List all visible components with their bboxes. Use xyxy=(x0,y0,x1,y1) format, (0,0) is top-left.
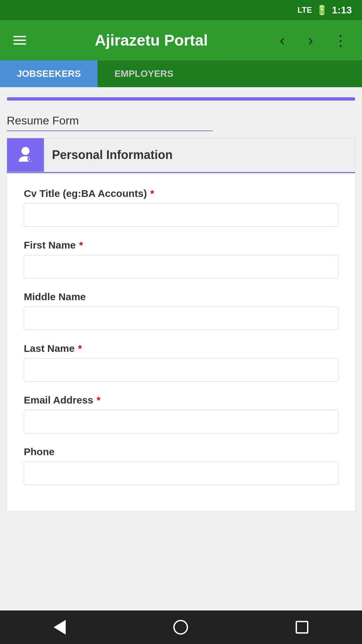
first-name-field-group: First Name * xyxy=(24,239,338,278)
phone-label: Phone xyxy=(24,446,338,458)
cv-title-field-group: Cv Title (eg:BA Accounts) * xyxy=(24,188,338,227)
email-required-star: * xyxy=(97,394,101,406)
app-title: Ajirazetu Portal xyxy=(40,31,263,49)
last-name-field-group: Last Name * xyxy=(24,343,338,382)
cv-title-label: Cv Title (eg:BA Accounts) * xyxy=(24,188,338,199)
recent-nav-button[interactable] xyxy=(289,614,315,640)
section-header-title: Personal Information xyxy=(44,148,173,162)
person-info-icon: i xyxy=(15,145,36,165)
form-title-section: Resume Form xyxy=(7,114,355,131)
home-circle-icon xyxy=(173,620,188,635)
first-name-required-star: * xyxy=(79,239,83,251)
cv-title-required-star: * xyxy=(150,188,154,199)
first-name-label: First Name * xyxy=(24,239,338,251)
progress-bar-fill xyxy=(7,97,355,101)
email-field-group: Email Address * xyxy=(24,394,338,433)
phone-input[interactable] xyxy=(24,462,338,485)
last-name-label: Last Name * xyxy=(24,343,338,354)
recent-square-icon xyxy=(296,621,308,634)
last-name-required-star: * xyxy=(78,343,82,354)
main-content: Resume Form i Personal Information Cv Ti… xyxy=(0,87,362,610)
cv-title-input[interactable] xyxy=(24,203,338,227)
progress-bar-container xyxy=(7,97,355,101)
clock: 1:13 xyxy=(332,4,352,16)
home-nav-button[interactable] xyxy=(167,613,195,641)
first-name-input[interactable] xyxy=(24,255,338,278)
svg-point-1 xyxy=(27,156,33,162)
middle-name-input[interactable] xyxy=(24,307,338,330)
svg-point-0 xyxy=(21,147,29,155)
lte-icon: LTE xyxy=(297,5,312,15)
email-input[interactable] xyxy=(24,410,338,433)
section-header: i Personal Information xyxy=(7,138,355,172)
back-arrow-button[interactable]: ‹ xyxy=(273,29,292,52)
middle-name-label: Middle Name xyxy=(24,291,338,303)
back-triangle-icon xyxy=(54,620,66,635)
bottom-nav xyxy=(0,610,362,644)
forward-arrow-icon: › xyxy=(305,32,316,49)
back-arrow-icon: ‹ xyxy=(277,32,288,49)
status-icons: LTE 🔋 1:13 xyxy=(297,4,352,16)
form-card: Cv Title (eg:BA Accounts) * First Name *… xyxy=(7,174,355,512)
middle-name-field-group: Middle Name xyxy=(24,291,338,330)
svg-text:i: i xyxy=(29,157,30,161)
tab-employers[interactable]: EMPLOYERS xyxy=(98,60,190,87)
battery-icon: 🔋 xyxy=(316,5,328,16)
email-label: Email Address * xyxy=(24,394,338,406)
back-nav-button[interactable] xyxy=(47,613,72,641)
forward-arrow-button[interactable]: › xyxy=(301,29,320,52)
hamburger-menu-button[interactable] xyxy=(10,33,29,48)
tab-jobseekers[interactable]: JOBSEEKERS xyxy=(0,60,98,87)
form-title: Resume Form xyxy=(7,114,213,131)
phone-field-group: Phone xyxy=(24,446,338,485)
more-options-icon: ⋮ xyxy=(333,32,349,49)
app-bar: Ajirazetu Portal ‹ › ⋮ xyxy=(0,20,362,60)
more-options-button[interactable]: ⋮ xyxy=(330,29,352,52)
tab-bar: JOBSEEKERS EMPLOYERS xyxy=(0,60,362,87)
last-name-input[interactable] xyxy=(24,358,338,382)
section-header-icon-box: i xyxy=(7,138,44,172)
status-bar: LTE 🔋 1:13 xyxy=(0,0,362,20)
section-underline xyxy=(7,172,355,173)
hamburger-icon xyxy=(13,36,26,45)
